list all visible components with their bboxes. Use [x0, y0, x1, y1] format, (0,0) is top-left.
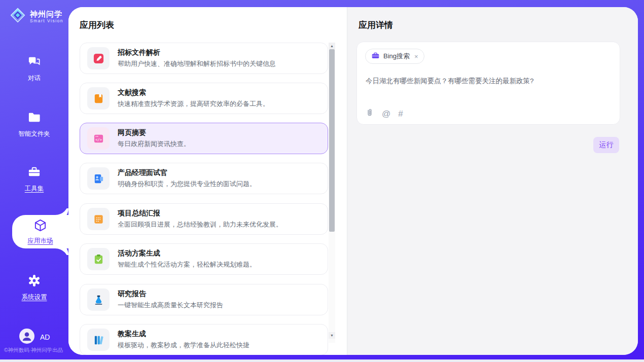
list-scrollbar[interactable]: ▲ ▼ — [329, 43, 335, 343]
sidebar-item-label: 工具集 — [25, 185, 44, 193]
sidebar-item-label: 对话 — [28, 74, 41, 83]
app-desc: 模板驱动，教案秒成，教学准备从此轻松快捷 — [118, 341, 249, 350]
avatar — [19, 329, 34, 346]
briefcase-icon — [371, 51, 380, 62]
scroll-up-arrow[interactable]: ▲ — [329, 43, 335, 49]
tool-tag-label: Bing搜索 — [383, 52, 410, 61]
user-account[interactable]: AD — [19, 329, 50, 346]
sidebar-item-smart-folder[interactable]: 智能文件夹 — [0, 111, 68, 138]
tool-tag-bing-search[interactable]: Bing搜索 × — [365, 49, 424, 64]
app-card-web-summary[interactable]: </> 网页摘要 每日政府新闻资讯快查。 — [80, 123, 328, 154]
app-card-project-summary[interactable]: 项目总结汇报 全面回顾项目进展，总结经验教训，助力未来优化发展。 — [80, 203, 328, 235]
app-card-bid-parse[interactable]: 招标文件解析 帮助用户快速、准确地理解和解析招标书中的关键信息 — [80, 43, 328, 74]
app-list-panel: 应用列表 招标文件解析 帮助用户快速、准确地理解和解析招标书中的关键信息 — [68, 7, 346, 355]
scroll-down-arrow[interactable]: ▼ — [329, 332, 335, 339]
interviewer-icon — [87, 167, 110, 190]
sidebar-item-toolset[interactable]: 工具集 — [0, 165, 68, 193]
sidebar: 神州问学 Smart Vision 对话 智能文件夹 — [0, 0, 68, 362]
cube-icon — [33, 219, 47, 234]
query-input[interactable]: 今日湖北有哪些新闻要点？有哪些需要关注的最新政策? — [366, 77, 609, 86]
close-icon[interactable]: × — [414, 53, 418, 60]
scrollbar-thumb[interactable] — [329, 49, 335, 232]
sidebar-item-label: 应用市场 — [28, 237, 53, 245]
sidebar-footer: ©神州数码·神州问学出品 — [4, 347, 68, 354]
app-name: 招标文件解析 — [118, 48, 276, 57]
books-icon — [87, 329, 110, 351]
run-button[interactable]: 运行 — [593, 137, 619, 153]
app-detail-title: 应用详情 — [359, 19, 393, 31]
app-card-research-report[interactable]: 研究报告 一键智能生成高质量长文本研究报告 — [80, 284, 328, 315]
app-desc: 明确身份和职责，为您提供专业性的面试问题。 — [118, 179, 256, 189]
sidebar-item-chat[interactable]: 对话 — [0, 55, 68, 83]
sidebar-item-label: 智能文件夹 — [18, 130, 50, 138]
user-name: AD — [40, 333, 50, 341]
main-container: 应用列表 招标文件解析 帮助用户快速、准确地理解和解析招标书中的关键信息 — [68, 7, 638, 355]
chat-icon — [27, 55, 41, 70]
attach-button[interactable] — [365, 108, 374, 120]
folder-icon — [27, 111, 41, 126]
composer-toolbar: @ # — [365, 108, 403, 120]
hash-button[interactable]: # — [398, 109, 403, 119]
mention-button[interactable]: @ — [382, 109, 390, 119]
bottom-strip — [0, 359, 644, 362]
app-name: 网页摘要 — [118, 128, 190, 137]
book-icon — [87, 87, 110, 110]
svg-text:</>: </> — [95, 137, 102, 142]
brand-logo: 神州问学 Smart Vision — [9, 7, 63, 26]
app-window: 神州问学 Smart Vision 对话 智能文件夹 — [0, 0, 644, 362]
app-desc: 每日政府新闻资讯快查。 — [118, 139, 190, 149]
app-card-literature-search[interactable]: 文献搜索 快速精准查找学术资源，提高研究效率的必备工具。 — [80, 83, 328, 114]
browser-code-icon: </> — [87, 127, 110, 150]
app-name: 研究报告 — [118, 289, 223, 299]
sidebar-item-settings[interactable]: 系统设置 — [0, 274, 68, 302]
note-icon — [87, 208, 110, 230]
app-desc: 快速精准查找学术资源，提高研究效率的必备工具。 — [118, 99, 269, 108]
at-icon: @ — [382, 109, 390, 119]
app-name: 项目总结汇报 — [118, 209, 282, 218]
app-list-title: 应用列表 — [80, 19, 114, 31]
app-desc: 一键智能生成高质量长文本研究报告 — [118, 301, 223, 310]
app-name: 活动方案生成 — [118, 249, 256, 258]
document-edit-icon — [87, 47, 110, 69]
app-card-pm-interviewer[interactable]: 产品经理面试官 明确身份和职责，为您提供专业性的面试问题。 — [80, 163, 328, 194]
flask-report-icon — [87, 288, 110, 311]
app-desc: 帮助用户快速、准确地理解和解析招标书中的关键信息 — [118, 59, 276, 68]
app-name: 文献搜索 — [118, 88, 269, 97]
app-card-lesson-plan[interactable]: 教案生成 模板驱动，教案秒成，教学准备从此轻松快捷 — [80, 324, 328, 355]
sidebar-item-label: 系统设置 — [22, 293, 47, 302]
app-card-event-plan[interactable]: 活动方案生成 智能生成个性化活动方案，轻松解决规划难题。 — [80, 243, 328, 275]
hash-icon: # — [398, 109, 403, 119]
toolbox-icon — [27, 165, 41, 181]
brand-subtitle: Smart Vision — [30, 18, 63, 23]
app-desc: 全面回顾项目进展，总结经验教训，助力未来优化发展。 — [118, 220, 282, 229]
app-name: 教案生成 — [118, 330, 249, 339]
app-name: 产品经理面试官 — [118, 168, 256, 177]
app-detail-panel: 应用详情 Bing搜索 × 今日湖北有哪些新闻要点？有哪些需要关注的最新政策? — [347, 7, 638, 355]
diamond-logo-icon — [9, 7, 26, 26]
brand-name: 神州问学 — [30, 10, 63, 18]
paperclip-icon — [365, 108, 374, 120]
sidebar-item-app-market[interactable]: 应用市场 — [12, 215, 68, 248]
clipboard-check-icon — [87, 248, 110, 270]
gear-icon — [27, 274, 41, 289]
app-desc: 智能生成个性化活动方案，轻松解决规划难题。 — [118, 260, 256, 269]
query-card: Bing搜索 × 今日湖北有哪些新闻要点？有哪些需要关注的最新政策? @ — [356, 42, 620, 125]
